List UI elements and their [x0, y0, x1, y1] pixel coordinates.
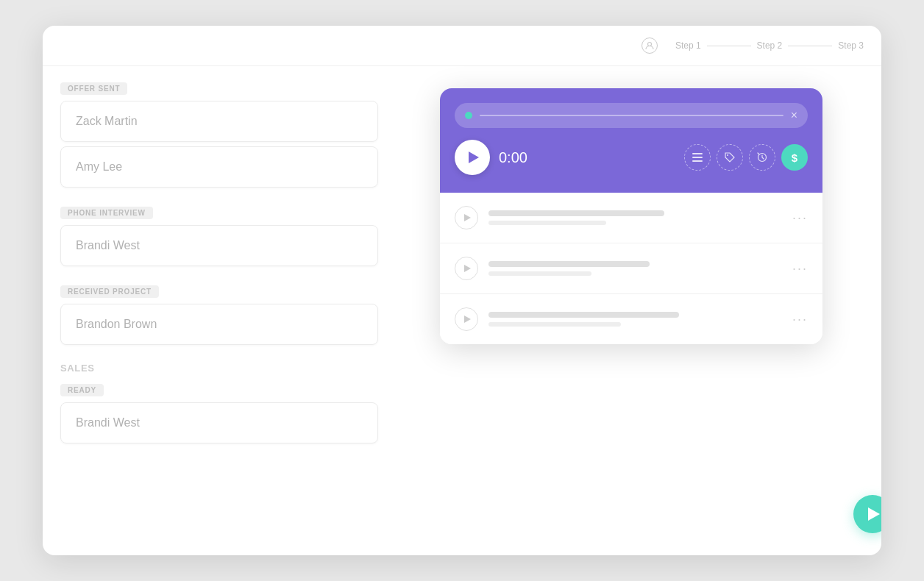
content-area: OFFER SENT Zack Martin Amy Lee PHONE INT…	[43, 66, 881, 555]
kanban-card-brandi[interactable]: Brandi West	[60, 225, 378, 266]
card-name-brandon: Brandon Brown	[76, 318, 157, 330]
player-controls: 0:00	[455, 140, 808, 175]
card-name-brandi-west: Brandi West	[76, 416, 140, 429]
track-menu-2[interactable]: ···	[792, 261, 808, 277]
card-name-brandi: Brandi West	[76, 239, 140, 252]
play-btn-track-3[interactable]	[455, 307, 478, 331]
section-label-phone: PHONE INTERVIEW	[60, 207, 153, 219]
play-button-large[interactable]	[455, 140, 490, 175]
svg-rect-3	[692, 160, 703, 162]
track-item-3[interactable]: ···	[440, 294, 822, 344]
track-line-3-short	[488, 322, 621, 327]
svg-rect-2	[692, 157, 703, 158]
step3-label: Step 3	[838, 40, 864, 51]
kanban-card-zack[interactable]: Zack Martin	[60, 101, 378, 142]
main-container: Step 1 Step 2 Step 3 OFFER SENT Zack Mar…	[43, 26, 881, 555]
track-menu-1[interactable]: ···	[792, 210, 808, 226]
track-line-2-long	[488, 261, 650, 267]
history-icon-btn[interactable]	[749, 144, 775, 171]
kanban-panel: OFFER SENT Zack Martin Amy Lee PHONE INT…	[43, 66, 396, 555]
svg-rect-1	[692, 153, 703, 154]
track-menu-3[interactable]: ···	[792, 312, 808, 327]
close-icon[interactable]: ×	[791, 109, 797, 122]
track-info-3	[488, 312, 782, 327]
section-label-ready: READY	[60, 384, 104, 396]
kanban-section-received: RECEIVED PROJECT Brandon Brown	[60, 284, 378, 345]
user-icon-area	[642, 38, 658, 54]
player-list: ··· ···	[440, 193, 822, 344]
kanban-section-ready: READY Brandi West	[60, 382, 378, 443]
kanban-card-brandon[interactable]: Brandon Brown	[60, 304, 378, 345]
track-info-2	[488, 261, 782, 276]
section-label-offer-sent: OFFER SENT	[60, 82, 127, 95]
step-line-1	[707, 46, 751, 46]
kanban-section-offer-sent: OFFER SENT Zack Martin Amy Lee	[60, 81, 378, 188]
steps-area: Step 1 Step 2 Step 3	[675, 40, 864, 51]
svg-point-4	[727, 154, 728, 156]
kanban-section-phone: PHONE INTERVIEW Brandi West	[60, 205, 378, 266]
kanban-card-amy[interactable]: Amy Lee	[60, 146, 378, 188]
player-time: 0:00	[499, 149, 675, 166]
player-card: × 0:00	[440, 88, 822, 344]
player-header: × 0:00	[440, 88, 822, 193]
player-search-bar[interactable]: ×	[455, 103, 808, 128]
tag-icon-btn[interactable]	[717, 144, 743, 171]
floating-play-button[interactable]	[853, 495, 881, 533]
track-line-2-short	[488, 271, 591, 276]
search-dot	[465, 112, 472, 119]
track-line-1-short	[488, 221, 606, 225]
top-bar: Step 1 Step 2 Step 3	[43, 26, 881, 66]
step-line-2	[788, 46, 832, 46]
step1-label: Step 1	[675, 40, 701, 51]
track-line-1-long	[488, 210, 664, 216]
sales-group-label: SALES	[60, 363, 378, 374]
track-line-3-long	[488, 312, 679, 318]
player-actions: $	[684, 144, 808, 171]
track-info-1	[488, 210, 782, 225]
step2-label: Step 2	[757, 40, 783, 51]
player-overlay: × 0:00	[396, 66, 881, 555]
play-btn-track-2[interactable]	[455, 257, 478, 280]
user-icon	[642, 38, 658, 54]
dollar-icon-btn[interactable]: $	[781, 144, 808, 171]
track-item-1[interactable]: ···	[440, 193, 822, 243]
svg-point-0	[647, 43, 651, 46]
list-icon-btn[interactable]	[684, 144, 711, 171]
track-item-2[interactable]: ···	[440, 243, 822, 294]
dollar-sign: $	[792, 152, 797, 164]
section-label-received: RECEIVED PROJECT	[60, 285, 159, 298]
search-line	[480, 115, 783, 116]
card-name-amy: Amy Lee	[76, 160, 122, 173]
kanban-card-brandi-west[interactable]: Brandi West	[60, 402, 378, 443]
play-btn-track-1[interactable]	[455, 206, 478, 229]
card-name-zack: Zack Martin	[76, 115, 138, 127]
